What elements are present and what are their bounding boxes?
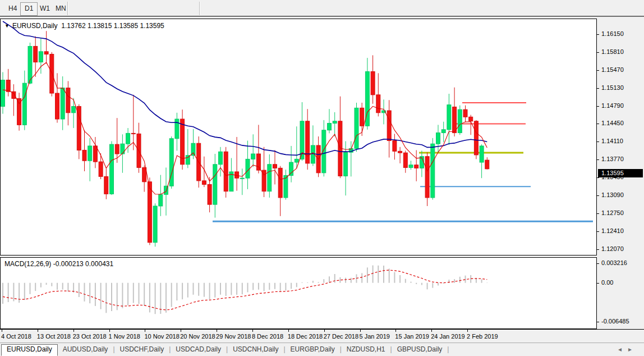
candle — [371, 55, 375, 103]
axis-tick — [597, 88, 599, 89]
candle — [88, 138, 92, 181]
tab-separator: | — [447, 344, 449, 355]
time-axis-tick — [109, 330, 110, 332]
candle — [273, 150, 277, 184]
axis-tick — [597, 195, 599, 196]
macd-axis-label: 0.00 — [601, 279, 613, 286]
timeframe-button-h4[interactable]: H4 — [4, 2, 21, 15]
axis-tick — [597, 213, 599, 214]
time-axis[interactable]: 4 Oct 201813 Oct 201823 Oct 20181 Nov 20… — [0, 329, 644, 343]
candle — [131, 95, 135, 150]
price-axis-label: 1.12070 — [601, 245, 624, 252]
candle — [50, 52, 54, 97]
chart-tab-gbpusd[interactable]: GBPUSD,Daily — [392, 344, 448, 355]
price-axis-label: 1.14110 — [601, 138, 623, 144]
current-price-tag: 1.13595 — [598, 169, 643, 177]
time-axis-label: 18 Dec 2018 — [288, 333, 323, 340]
time-axis-label: 29 Nov 2018 — [216, 333, 251, 340]
chart-tab-eurusd[interactable]: EURUSD,Daily — [1, 344, 58, 356]
time-axis-tick — [145, 330, 145, 332]
candle — [224, 147, 228, 198]
candle — [153, 203, 157, 247]
axis-tick — [597, 124, 599, 124]
candle — [398, 147, 402, 163]
candle — [284, 170, 288, 200]
macd-chart[interactable] — [1, 258, 596, 328]
time-axis-tick — [252, 330, 253, 332]
axis-tick — [597, 70, 599, 71]
candle — [322, 120, 326, 176]
candle — [22, 71, 26, 130]
price-axis-label: 1.15130 — [601, 84, 624, 91]
chart-symbol-label: EURUSD,Daily — [12, 22, 58, 30]
axis-tick — [597, 52, 599, 53]
price-axis[interactable]: 1.161501.158101.154701.151301.147901.144… — [597, 19, 644, 329]
time-axis-label: 10 Nov 2018 — [144, 333, 179, 340]
time-axis-tick — [324, 330, 325, 332]
time-axis-tick — [38, 330, 38, 332]
candle — [338, 97, 342, 179]
time-axis-tick — [431, 330, 432, 332]
candle — [61, 76, 65, 130]
time-axis-tick — [467, 330, 468, 332]
candle — [360, 103, 364, 136]
price-axis-label: 1.14450 — [601, 120, 624, 126]
price-axis-label: 1.15470 — [601, 66, 624, 73]
candle — [169, 136, 173, 189]
candle — [175, 113, 179, 151]
price-chart-pane[interactable]: ▼EURUSD,Daily 1.13762 1.13815 1.13585 1.… — [0, 19, 597, 255]
chart-tab-usdchf[interactable]: USDCHF,Daily — [115, 344, 169, 355]
candle — [34, 36, 38, 77]
candle — [126, 128, 130, 153]
candle — [44, 31, 48, 62]
candle — [278, 166, 282, 216]
slow-ma-line — [3, 21, 487, 155]
chart-tab-nzdusd[interactable]: NZDUSD,H1 — [342, 344, 390, 355]
time-axis-label: 5 Jan 2019 — [360, 333, 390, 340]
timeframe-button-d1[interactable]: D1 — [20, 2, 38, 16]
mt4-window: H4D1W1MN ▼EURUSD,Daily 1.13762 1.13815 1… — [0, 0, 644, 356]
time-axis-tick — [217, 330, 217, 332]
candle — [365, 58, 369, 130]
time-axis-label: 27 Dec 2018 — [324, 333, 358, 340]
chart-dropdown-icon[interactable]: ▼ — [4, 23, 10, 29]
chart-tab-usdcnh[interactable]: USDCNH,Daily — [228, 344, 283, 355]
chart-tab-audusd[interactable]: AUDUSD,Daily — [58, 344, 113, 355]
axis-tick — [597, 106, 599, 107]
candle — [268, 154, 272, 198]
time-axis-tick — [395, 330, 396, 332]
macd-main-value: -0.000213 — [53, 260, 84, 268]
candle — [56, 73, 59, 122]
candle — [409, 161, 413, 170]
candle — [251, 134, 255, 167]
candle — [333, 112, 337, 136]
candle — [420, 150, 424, 177]
axis-tick — [597, 263, 599, 264]
price-axis-label: 1.16150 — [601, 30, 624, 37]
candle — [463, 106, 467, 122]
chart-tab-eurgbp[interactable]: EURGBP,Daily — [286, 344, 340, 355]
tab-scroll-arrows: ◂▸ — [618, 345, 638, 353]
chart-tab-usdcad[interactable]: USDCAD,Daily — [171, 344, 226, 355]
candle — [208, 177, 211, 212]
candle — [66, 81, 70, 125]
tabs-holder: EURUSD,DailyAUDUSD,Daily|USDCHF,Daily|US… — [0, 343, 449, 353]
tab-scroll-left-icon[interactable]: ◂ — [618, 345, 628, 353]
candle — [82, 130, 86, 171]
candle — [235, 137, 239, 191]
candle — [93, 137, 97, 168]
chart-tab-bar: EURUSD,DailyAUDUSD,Daily|USDCHF,Daily|US… — [0, 343, 644, 356]
tab-scroll-right-icon[interactable]: ▸ — [628, 345, 638, 353]
axis-tick — [597, 322, 599, 322]
toolbar-separator — [199, 2, 200, 15]
candle — [213, 154, 217, 218]
candle — [99, 153, 103, 179]
axis-tick — [597, 34, 599, 35]
macd-indicator-pane[interactable]: MACD(12,26,9) -0.000213 0.000431 — [0, 257, 597, 329]
candle — [12, 84, 16, 116]
candlestick-chart[interactable] — [1, 19, 596, 255]
time-axis-label: 15 Jan 2019 — [395, 333, 429, 340]
axis-tick — [597, 159, 599, 160]
candle — [447, 94, 451, 145]
time-axis-label: 24 Jan 2019 — [431, 333, 465, 340]
